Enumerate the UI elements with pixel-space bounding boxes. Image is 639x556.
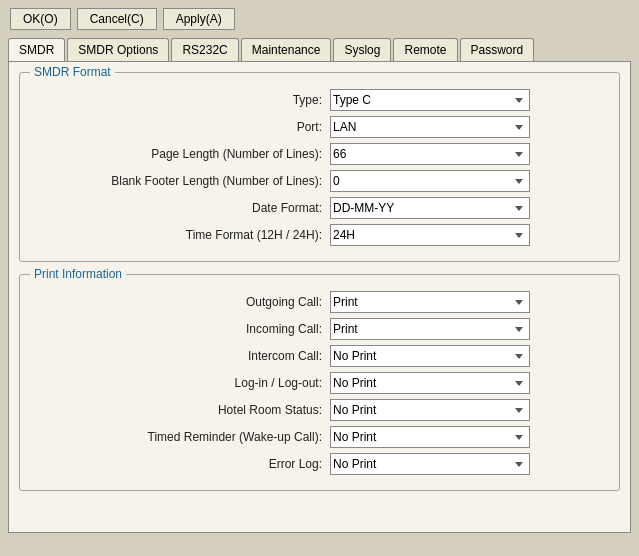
label-page_length: Page Length (Number of Lines):	[30, 147, 330, 161]
select-page_length[interactable]: 0222440606672132	[330, 143, 530, 165]
select-timed_reminder[interactable]: PrintNo Print	[330, 426, 530, 448]
tab-smdr-options[interactable]: SMDR Options	[67, 38, 169, 61]
tab-maintenance[interactable]: Maintenance	[241, 38, 332, 61]
select-type[interactable]: Type AType BType C	[330, 89, 530, 111]
label-port: Port:	[30, 120, 330, 134]
toolbar: OK(O) Cancel(C) Apply(A)	[0, 0, 639, 38]
tab-syslog[interactable]: Syslog	[333, 38, 391, 61]
label-hotel_room_status: Hotel Room Status:	[30, 403, 330, 417]
print-row-login_logout: Log-in / Log-out:PrintNo Print	[30, 372, 609, 394]
label-type: Type:	[30, 93, 330, 107]
label-incoming_call: Incoming Call:	[30, 322, 330, 336]
print-row-timed_reminder: Timed Reminder (Wake-up Call):PrintNo Pr…	[30, 426, 609, 448]
select-date_format[interactable]: DD-MM-YYMM-DD-YYYY-MM-DD	[330, 197, 530, 219]
tab-remote[interactable]: Remote	[393, 38, 457, 61]
print-row-error_log: Error Log:PrintNo Print	[30, 453, 609, 475]
smdr-format-fields: Type:Type AType BType CPort:LANRS232CPag…	[30, 89, 609, 246]
smdr-row-type: Type:Type AType BType C	[30, 89, 609, 111]
select-intercom_call[interactable]: PrintNo Print	[330, 345, 530, 367]
main-content: SMDR Format Type:Type AType BType CPort:…	[8, 61, 631, 533]
select-time_format[interactable]: 12H24H	[330, 224, 530, 246]
select-port[interactable]: LANRS232C	[330, 116, 530, 138]
tab-password[interactable]: Password	[460, 38, 535, 61]
label-error_log: Error Log:	[30, 457, 330, 471]
smdr-row-date_format: Date Format:DD-MM-YYMM-DD-YYYY-MM-DD	[30, 197, 609, 219]
select-hotel_room_status[interactable]: PrintNo Print	[330, 399, 530, 421]
select-blank_footer[interactable]: 0123456	[330, 170, 530, 192]
print-row-incoming_call: Incoming Call:PrintNo Print	[30, 318, 609, 340]
smdr-row-page_length: Page Length (Number of Lines):0222440606…	[30, 143, 609, 165]
print-row-hotel_room_status: Hotel Room Status:PrintNo Print	[30, 399, 609, 421]
label-login_logout: Log-in / Log-out:	[30, 376, 330, 390]
label-timed_reminder: Timed Reminder (Wake-up Call):	[30, 430, 330, 444]
smdr-row-port: Port:LANRS232C	[30, 116, 609, 138]
select-incoming_call[interactable]: PrintNo Print	[330, 318, 530, 340]
apply-button[interactable]: Apply(A)	[163, 8, 235, 30]
label-blank_footer: Blank Footer Length (Number of Lines):	[30, 174, 330, 188]
select-outgoing_call[interactable]: PrintNo Print	[330, 291, 530, 313]
tab-smdr[interactable]: SMDR	[8, 38, 65, 61]
smdr-format-section: SMDR Format Type:Type AType BType CPort:…	[19, 72, 620, 262]
smdr-row-blank_footer: Blank Footer Length (Number of Lines):01…	[30, 170, 609, 192]
print-row-intercom_call: Intercom Call:PrintNo Print	[30, 345, 609, 367]
select-error_log[interactable]: PrintNo Print	[330, 453, 530, 475]
smdr-row-time_format: Time Format (12H / 24H):12H24H	[30, 224, 609, 246]
print-row-outgoing_call: Outgoing Call:PrintNo Print	[30, 291, 609, 313]
ok-button[interactable]: OK(O)	[10, 8, 71, 30]
label-outgoing_call: Outgoing Call:	[30, 295, 330, 309]
print-information-section: Print Information Outgoing Call:PrintNo …	[19, 274, 620, 491]
cancel-button[interactable]: Cancel(C)	[77, 8, 157, 30]
print-information-fields: Outgoing Call:PrintNo PrintIncoming Call…	[30, 291, 609, 475]
tabs-bar: SMDRSMDR OptionsRS232CMaintenanceSyslogR…	[0, 38, 639, 61]
label-time_format: Time Format (12H / 24H):	[30, 228, 330, 242]
print-information-title: Print Information	[30, 267, 126, 281]
tab-rs232c[interactable]: RS232C	[171, 38, 238, 61]
label-date_format: Date Format:	[30, 201, 330, 215]
smdr-format-title: SMDR Format	[30, 65, 115, 79]
select-login_logout[interactable]: PrintNo Print	[330, 372, 530, 394]
label-intercom_call: Intercom Call:	[30, 349, 330, 363]
